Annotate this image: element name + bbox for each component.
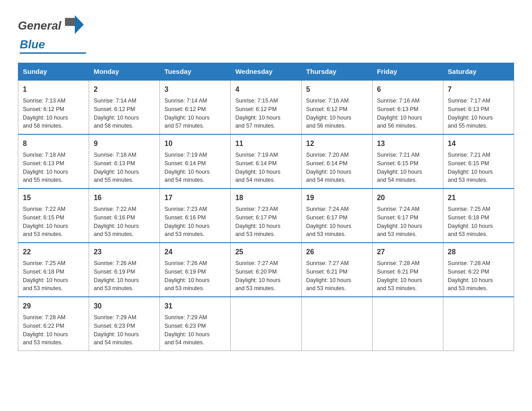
day-number: 26	[306, 247, 368, 257]
calendar-day-cell: 31 Sunrise: 7:29 AM Sunset: 6:23 PM Dayl…	[160, 297, 231, 351]
calendar-table: SundayMondayTuesdayWednesdayThursdayFrid…	[18, 63, 514, 351]
day-info: Sunrise: 7:16 AM Sunset: 6:12 PM Dayligh…	[306, 97, 368, 130]
calendar-day-cell: 22 Sunrise: 7:25 AM Sunset: 6:18 PM Dayl…	[18, 243, 89, 297]
calendar-day-cell: 26 Sunrise: 7:27 AM Sunset: 6:21 PM Dayl…	[301, 243, 372, 297]
day-number: 29	[23, 301, 84, 312]
day-info: Sunrise: 7:24 AM Sunset: 6:17 PM Dayligh…	[377, 205, 438, 239]
day-number: 23	[94, 247, 155, 257]
day-number: 15	[23, 193, 84, 203]
calendar-week-row: 1 Sunrise: 7:13 AM Sunset: 6:12 PM Dayli…	[18, 80, 514, 134]
day-number: 25	[235, 247, 296, 257]
day-info: Sunrise: 7:21 AM Sunset: 6:15 PM Dayligh…	[448, 151, 509, 184]
calendar-day-cell: 15 Sunrise: 7:22 AM Sunset: 6:15 PM Dayl…	[18, 188, 89, 243]
day-info: Sunrise: 7:19 AM Sunset: 6:14 PM Dayligh…	[235, 151, 296, 184]
day-info: Sunrise: 7:28 AM Sunset: 6:22 PM Dayligh…	[23, 313, 84, 347]
day-number: 1	[23, 84, 84, 95]
day-number: 20	[377, 193, 438, 203]
svg-marker-1	[75, 15, 84, 34]
day-number: 5	[306, 84, 368, 95]
calendar-day-cell: 13 Sunrise: 7:21 AM Sunset: 6:15 PM Dayl…	[372, 134, 443, 188]
calendar-day-cell: 4 Sunrise: 7:15 AM Sunset: 6:12 PM Dayli…	[231, 80, 301, 134]
calendar-day-cell: 11 Sunrise: 7:19 AM Sunset: 6:14 PM Dayl…	[231, 134, 301, 188]
calendar-day-cell: 3 Sunrise: 7:14 AM Sunset: 6:12 PM Dayli…	[160, 80, 231, 134]
day-number: 30	[94, 301, 155, 312]
calendar-day-header: Friday	[372, 63, 443, 81]
day-number: 14	[448, 138, 509, 149]
calendar-day-header: Tuesday	[160, 63, 231, 81]
day-number: 21	[448, 193, 509, 203]
calendar-week-row: 29 Sunrise: 7:28 AM Sunset: 6:22 PM Dayl…	[18, 297, 514, 351]
calendar-day-cell: 27 Sunrise: 7:28 AM Sunset: 6:21 PM Dayl…	[372, 243, 443, 297]
day-number: 18	[235, 193, 296, 203]
day-info: Sunrise: 7:29 AM Sunset: 6:23 PM Dayligh…	[164, 313, 226, 347]
day-number: 9	[94, 138, 155, 149]
day-number: 19	[306, 193, 368, 203]
day-info: Sunrise: 7:15 AM Sunset: 6:12 PM Dayligh…	[235, 97, 296, 130]
day-info: Sunrise: 7:25 AM Sunset: 6:18 PM Dayligh…	[23, 259, 84, 293]
calendar-week-row: 8 Sunrise: 7:18 AM Sunset: 6:13 PM Dayli…	[18, 134, 514, 188]
calendar-empty-cell	[231, 297, 301, 351]
day-info: Sunrise: 7:27 AM Sunset: 6:20 PM Dayligh…	[235, 259, 296, 293]
day-number: 11	[235, 138, 296, 149]
day-info: Sunrise: 7:22 AM Sunset: 6:15 PM Dayligh…	[23, 205, 84, 239]
day-info: Sunrise: 7:13 AM Sunset: 6:12 PM Dayligh…	[23, 97, 84, 130]
day-info: Sunrise: 7:14 AM Sunset: 6:12 PM Dayligh…	[164, 97, 226, 130]
calendar-day-cell: 1 Sunrise: 7:13 AM Sunset: 6:12 PM Dayli…	[18, 80, 89, 134]
calendar-day-cell: 24 Sunrise: 7:26 AM Sunset: 6:19 PM Dayl…	[160, 243, 231, 297]
calendar-day-cell: 23 Sunrise: 7:26 AM Sunset: 6:19 PM Dayl…	[89, 243, 160, 297]
day-info: Sunrise: 7:26 AM Sunset: 6:19 PM Dayligh…	[164, 259, 226, 293]
calendar-day-cell: 28 Sunrise: 7:28 AM Sunset: 6:22 PM Dayl…	[443, 243, 514, 297]
day-info: Sunrise: 7:23 AM Sunset: 6:16 PM Dayligh…	[164, 205, 226, 239]
calendar-day-cell: 20 Sunrise: 7:24 AM Sunset: 6:17 PM Dayl…	[372, 188, 443, 243]
day-info: Sunrise: 7:22 AM Sunset: 6:16 PM Dayligh…	[94, 205, 155, 239]
calendar-day-header: Monday	[89, 63, 160, 81]
calendar-day-header: Saturday	[443, 63, 514, 81]
logo-blue-text: Blue	[20, 38, 45, 51]
day-info: Sunrise: 7:18 AM Sunset: 6:13 PM Dayligh…	[23, 151, 84, 184]
calendar-day-cell: 17 Sunrise: 7:23 AM Sunset: 6:16 PM Dayl…	[160, 188, 231, 243]
calendar-day-header: Wednesday	[231, 63, 301, 81]
calendar-day-cell: 8 Sunrise: 7:18 AM Sunset: 6:13 PM Dayli…	[18, 134, 89, 188]
calendar-week-row: 22 Sunrise: 7:25 AM Sunset: 6:18 PM Dayl…	[18, 243, 514, 297]
day-info: Sunrise: 7:21 AM Sunset: 6:15 PM Dayligh…	[377, 151, 438, 184]
calendar-day-cell: 2 Sunrise: 7:14 AM Sunset: 6:12 PM Dayli…	[89, 80, 160, 134]
day-number: 27	[377, 247, 438, 257]
calendar-day-cell: 9 Sunrise: 7:18 AM Sunset: 6:13 PM Dayli…	[89, 134, 160, 188]
day-number: 7	[448, 84, 509, 95]
day-info: Sunrise: 7:20 AM Sunset: 6:14 PM Dayligh…	[306, 151, 368, 184]
day-number: 12	[306, 138, 368, 149]
day-info: Sunrise: 7:27 AM Sunset: 6:21 PM Dayligh…	[306, 259, 368, 293]
calendar-day-cell: 10 Sunrise: 7:19 AM Sunset: 6:14 PM Dayl…	[160, 134, 231, 188]
calendar-day-cell: 6 Sunrise: 7:16 AM Sunset: 6:13 PM Dayli…	[372, 80, 443, 134]
logo: General Blue	[18, 13, 86, 54]
logo-underline	[20, 52, 86, 54]
calendar-day-cell: 29 Sunrise: 7:28 AM Sunset: 6:22 PM Dayl…	[18, 297, 89, 351]
day-info: Sunrise: 7:17 AM Sunset: 6:13 PM Dayligh…	[448, 97, 509, 130]
calendar-empty-cell	[372, 297, 443, 351]
calendar-day-cell: 12 Sunrise: 7:20 AM Sunset: 6:14 PM Dayl…	[301, 134, 372, 188]
day-info: Sunrise: 7:16 AM Sunset: 6:13 PM Dayligh…	[377, 97, 438, 130]
day-info: Sunrise: 7:29 AM Sunset: 6:23 PM Dayligh…	[94, 313, 155, 347]
logo-icon	[61, 13, 86, 38]
day-number: 22	[23, 247, 84, 257]
calendar-day-cell: 18 Sunrise: 7:23 AM Sunset: 6:17 PM Dayl…	[231, 188, 301, 243]
calendar-day-cell: 21 Sunrise: 7:25 AM Sunset: 6:18 PM Dayl…	[443, 188, 514, 243]
calendar-day-cell: 19 Sunrise: 7:24 AM Sunset: 6:17 PM Dayl…	[301, 188, 372, 243]
day-number: 2	[94, 84, 155, 95]
calendar-day-header: Sunday	[18, 63, 89, 81]
day-info: Sunrise: 7:19 AM Sunset: 6:14 PM Dayligh…	[164, 151, 226, 184]
day-number: 16	[94, 193, 155, 203]
day-info: Sunrise: 7:28 AM Sunset: 6:21 PM Dayligh…	[377, 259, 438, 293]
day-info: Sunrise: 7:25 AM Sunset: 6:18 PM Dayligh…	[448, 205, 509, 239]
day-number: 6	[377, 84, 438, 95]
calendar-empty-cell	[301, 297, 372, 351]
logo-general-text: General	[18, 19, 61, 33]
calendar-day-cell: 5 Sunrise: 7:16 AM Sunset: 6:12 PM Dayli…	[301, 80, 372, 134]
calendar-header-row: SundayMondayTuesdayWednesdayThursdayFrid…	[18, 63, 514, 81]
calendar-day-cell: 25 Sunrise: 7:27 AM Sunset: 6:20 PM Dayl…	[231, 243, 301, 297]
day-info: Sunrise: 7:28 AM Sunset: 6:22 PM Dayligh…	[448, 259, 509, 293]
calendar-day-cell: 14 Sunrise: 7:21 AM Sunset: 6:15 PM Dayl…	[443, 134, 514, 188]
day-info: Sunrise: 7:14 AM Sunset: 6:12 PM Dayligh…	[94, 97, 155, 130]
calendar-empty-cell	[443, 297, 514, 351]
calendar-day-cell: 7 Sunrise: 7:17 AM Sunset: 6:13 PM Dayli…	[443, 80, 514, 134]
